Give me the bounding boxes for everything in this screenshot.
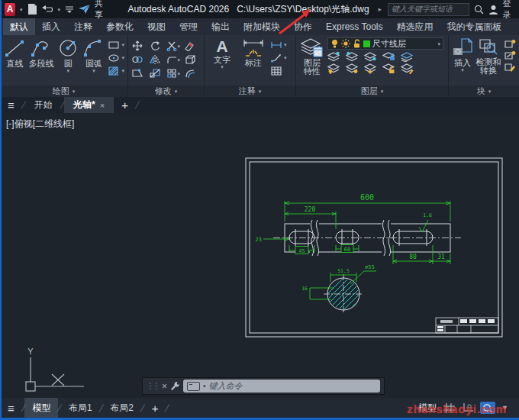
wrench-icon[interactable] [170, 381, 180, 391]
linear-dimension-button[interactable]: ▾ [270, 39, 287, 50]
tab-collaborate[interactable]: 协作 [287, 18, 319, 35]
layer-select[interactable]: 尺寸线层 ▾ [327, 37, 443, 50]
model-tab[interactable]: 模型 [24, 398, 58, 418]
layer-properties-button[interactable]: 图层特性 [299, 37, 325, 76]
arc-button[interactable]: 圆弧 ▾ [82, 37, 106, 73]
tab-annotate[interactable]: 注释 [67, 18, 99, 35]
layer-match-button[interactable] [401, 51, 414, 62]
arc-flyout-chevron-icon[interactable]: ▾ [92, 68, 95, 73]
layer-unlock-all-button[interactable] [382, 63, 395, 74]
hatch-button[interactable]: ▾ [108, 65, 124, 76]
erase-button[interactable] [184, 40, 195, 51]
block-attribute-edit-button[interactable] [504, 62, 516, 72]
command-close-icon[interactable]: × [162, 381, 167, 392]
annotate-panel-title: 注释 [239, 86, 256, 97]
tab-default[interactable]: 默认 [3, 18, 35, 35]
stretch-button[interactable] [131, 68, 143, 79]
table-button[interactable] [270, 65, 287, 76]
tab-output[interactable]: 输出 [205, 18, 237, 35]
mirror-button[interactable] [149, 54, 161, 65]
move-button[interactable] [131, 40, 143, 51]
trim-button[interactable]: ▾ [166, 40, 181, 51]
layout-menu-icon[interactable]: ≡ [0, 402, 22, 415]
annotate-panel-label[interactable]: 注释 ▾ [205, 86, 295, 97]
rotate-button[interactable] [149, 40, 161, 51]
ellipse-button[interactable]: ▾ [108, 52, 124, 63]
scale-button[interactable] [149, 68, 161, 79]
window-edge-left [0, 0, 2, 420]
undo-history-chevron-icon[interactable]: ▾ [58, 7, 61, 12]
login-label[interactable]: 登录 [503, 0, 514, 21]
leader-button[interactable]: ▾ [270, 52, 287, 63]
search-caret-icon[interactable]: ▸ [379, 5, 382, 13]
tab-featured-apps[interactable]: 精选应用 [389, 18, 440, 35]
autocad-app-icon[interactable]: A [5, 3, 15, 16]
layer-lock-button[interactable] [382, 51, 395, 62]
command-history-chevron-icon[interactable]: ▾ [203, 383, 206, 389]
viewport-view-control[interactable]: 俯视 [15, 118, 33, 129]
block-define-attributes-button[interactable] [504, 50, 516, 60]
viewport-minimize-control[interactable]: [-] [6, 118, 15, 129]
line-button[interactable]: 直线 [3, 37, 27, 68]
app-menu-chevron-icon[interactable]: ▾ [20, 7, 23, 12]
new-drawing-button[interactable]: + [114, 97, 136, 113]
layer-unisolate-button[interactable] [346, 51, 359, 62]
user-icon[interactable] [488, 5, 498, 15]
share-label[interactable]: 共享 [95, 0, 106, 21]
rectangle-button[interactable]: ▾ [108, 39, 124, 50]
tab-express-tools[interactable]: Express Tools [319, 18, 389, 35]
text-button[interactable]: A 文字 ▾ [208, 37, 237, 69]
circle-flyout-chevron-icon[interactable]: ▾ [66, 68, 69, 73]
layout2-tab[interactable]: 布局2 [102, 398, 141, 418]
dim-left-section: 220 [305, 206, 316, 213]
share-plane-icon[interactable] [79, 5, 90, 14]
tab-parametric[interactable]: 参数化 [99, 18, 140, 35]
model-space-canvas[interactable]: [-]俯视[二维线框] [0, 113, 519, 398]
close-drawing-icon[interactable]: × [100, 101, 105, 110]
copy-button[interactable] [131, 54, 143, 65]
dimension-button[interactable]: 标注 [239, 37, 268, 67]
insert-button[interactable]: 插入 ▾ [452, 37, 473, 73]
layer-freeze-button[interactable] [364, 51, 377, 62]
layer-isolate-button[interactable] [327, 51, 340, 62]
trim-icon [166, 40, 177, 51]
ribbon-display-toggle[interactable]: ▾ [516, 18, 519, 35]
tab-insert[interactable]: 插入 [35, 18, 67, 35]
command-bar: ⋮⋮ × ▾ 键入命令 [142, 377, 385, 395]
layers-panel-label[interactable]: 图层 ▾ [296, 86, 448, 97]
circle-button[interactable]: 圆 ▾ [56, 37, 80, 73]
fillet-button[interactable]: ▾ [166, 54, 181, 65]
layout1-tab[interactable]: 布局1 [61, 398, 100, 418]
tab-addins[interactable]: 附加模块 [237, 18, 287, 35]
tab-manage[interactable]: 管理 [172, 18, 205, 35]
qat-customize-icon[interactable] [65, 5, 74, 13]
offset-button[interactable] [184, 68, 196, 79]
layer-on-all-button[interactable] [346, 63, 359, 74]
command-drag-handle[interactable]: ⋮⋮ [147, 382, 159, 390]
search-icon[interactable] [474, 5, 484, 15]
detect-convert-label: 检测和转换 [476, 58, 501, 75]
undo-icon[interactable] [42, 5, 53, 14]
file-tab-menu-icon[interactable]: ≡ [0, 97, 22, 113]
new-file-icon[interactable] [27, 4, 37, 15]
help-search-input[interactable]: 键入关键字或短语 [388, 3, 469, 16]
detect-convert-icon [477, 38, 500, 58]
explode-button[interactable] [184, 54, 196, 65]
detect-convert-button[interactable]: 检测和转换 [475, 37, 501, 75]
new-layout-button[interactable]: + [144, 402, 166, 415]
layer-off-button[interactable] [327, 63, 340, 74]
tab-view[interactable]: 视图 [140, 18, 172, 35]
command-input[interactable]: ▾ 键入命令 [183, 380, 380, 393]
draw-panel-label[interactable]: 绘图 ▾ [0, 86, 127, 97]
block-panel-label[interactable]: 块 ▾ [449, 86, 519, 97]
layer-thaw-all-button[interactable] [364, 63, 377, 74]
polyline-button[interactable]: 多段线 [29, 37, 54, 68]
modify-panel-label[interactable]: 修改 ▾ [128, 86, 204, 97]
array-button[interactable]: ▾ [166, 68, 181, 79]
drawing-tab[interactable]: 光轴* × [64, 97, 114, 113]
layer-walk-button[interactable] [401, 63, 414, 74]
tab-my-panel[interactable]: 我的专属面板 [440, 18, 508, 35]
block-edit-button[interactable] [504, 39, 516, 49]
start-tab[interactable]: 开始 [24, 97, 61, 113]
viewport-style-control[interactable]: [二维线框] [33, 118, 75, 129]
